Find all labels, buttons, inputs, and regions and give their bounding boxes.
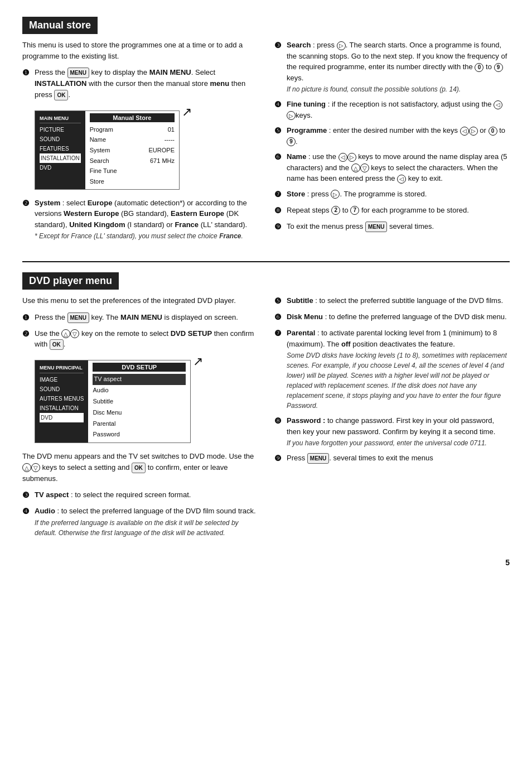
right-arrow-icon-5: ▷ bbox=[469, 127, 478, 136]
dvd-menu-box: MENU PRINCIPAL IMAGE SOUND AUTRES MENUS … bbox=[35, 360, 191, 443]
dvd-step-3-content: TV aspect : to select the required scree… bbox=[35, 489, 258, 501]
manual-store-intro: This menu is used to store the programme… bbox=[22, 40, 258, 61]
manual-store-step-7: ❼ Store : press ▷. The programme is stor… bbox=[274, 189, 510, 200]
dvd-ok-btn-bottom: OK bbox=[132, 463, 146, 473]
dvd-up-arrow-bottom: △ bbox=[22, 463, 31, 472]
menu-row-search: Search671 MHz bbox=[90, 156, 175, 166]
dvd-step-8: ❽ Password : to change password. First k… bbox=[274, 415, 510, 448]
manual-store-step-1: ❶ Press the MENU key to display the MAIN… bbox=[22, 67, 258, 100]
step-1-content: Press the MENU key to display the MAIN M… bbox=[35, 67, 258, 100]
step-8-num: ❽ bbox=[274, 205, 287, 217]
zero-circle: 0 bbox=[475, 63, 483, 72]
dvd-step-8-content: Password : to change password. First key… bbox=[287, 415, 510, 448]
dvd-step-2-content: Use the △▽ key on the remote to select D… bbox=[35, 328, 258, 350]
step-8-content: Repeat steps 2 to 7 for each programme t… bbox=[287, 205, 510, 216]
manual-store-step-9: ❾ To exit the menus press MENU several t… bbox=[274, 221, 510, 233]
dvd-menu-key-icon-1: MENU bbox=[67, 312, 89, 323]
dvd-menu-arrow: ↗ bbox=[193, 354, 203, 371]
dvd-step-9-content: Press MENU. several times to exit the me… bbox=[287, 453, 510, 464]
exit-arrow-icon: ◁ bbox=[397, 175, 406, 184]
dvd-menu-key-icon-9: MENU bbox=[307, 453, 329, 464]
up-arrow-icon-6: △ bbox=[351, 163, 360, 172]
dvd-step-8-italic: If you have forgotten your password, ent… bbox=[287, 438, 510, 448]
dvd-menu-right-title: DVD SETUP bbox=[93, 363, 186, 372]
dvd-step-3-num: ❸ bbox=[22, 489, 35, 501]
step-5-content: Programme : enter the desired number wit… bbox=[287, 125, 510, 147]
dvd-up-arrow-2: △ bbox=[61, 329, 70, 338]
menu-key-icon-9: MENU bbox=[365, 222, 387, 232]
dvd-menu-left: MENU PRINCIPAL IMAGE SOUND AUTRES MENUS … bbox=[35, 360, 88, 442]
dvd-menu-item-audio: Audio bbox=[93, 385, 186, 396]
step-4-content: Fine tuning : if the reception is not sa… bbox=[287, 99, 510, 121]
dvd-step-6-num: ❻ bbox=[274, 311, 287, 323]
dvd-step-7-num: ❼ bbox=[274, 328, 287, 339]
dvd-step-4-content: Audio : to select the preferred language… bbox=[35, 506, 258, 538]
step-1-num: ❶ bbox=[22, 67, 35, 79]
dvd-step-7-content: Parental : to activate parental locking … bbox=[287, 328, 510, 411]
dvd-step-1: ❶ Press the MENU key. The MAIN MENU is d… bbox=[22, 312, 258, 324]
step-7-content: Store : press ▷. The programme is stored… bbox=[287, 189, 510, 200]
step-9-num: ❾ bbox=[274, 221, 287, 233]
dvd-step-5: ❺ Subtitle : to select the preferred sub… bbox=[274, 295, 510, 307]
dvd-step-4: ❹ Audio : to select the preferred langua… bbox=[22, 506, 258, 538]
dvd-ok-btn-2: OK bbox=[50, 339, 64, 350]
zero-circle-5: 0 bbox=[489, 127, 497, 136]
manual-store-title: Manual store bbox=[22, 17, 98, 34]
step-3-content: Search : press ▷. The search starts. Onc… bbox=[287, 40, 510, 94]
dvd-step-9-num: ❾ bbox=[274, 453, 287, 464]
dvd-step-5-num: ❺ bbox=[274, 295, 287, 307]
right-arrow-icon-4: ▷ bbox=[287, 111, 296, 120]
dvd-menu-item-parental: Parental bbox=[93, 419, 186, 430]
dvd-step-9: ❾ Press MENU. several times to exit the … bbox=[274, 453, 510, 464]
dvd-step-8-num: ❽ bbox=[274, 415, 287, 427]
dvd-step-4-italic: If the preferred language is available o… bbox=[35, 518, 258, 538]
right-arrow-icon-6: ▷ bbox=[347, 153, 356, 162]
dvd-menu-item-tvaspect: TV aspect bbox=[93, 374, 186, 385]
ref-2-circle: 2 bbox=[331, 206, 340, 215]
manual-store-menu-box: MAIN MENU PICTURE SOUND FEATURES INSTALL… bbox=[35, 110, 180, 190]
dvd-step-6-content: Disk Menu : to define the preferred lang… bbox=[287, 311, 510, 323]
dvd-step-2: ❷ Use the △▽ key on the remote to select… bbox=[22, 328, 258, 350]
dvd-player-menu-title: DVD player menu bbox=[22, 272, 119, 290]
dvd-step-1-content: Press the MENU key. The MAIN MENU is dis… bbox=[35, 312, 258, 323]
dvd-down-arrow-bottom: ▽ bbox=[31, 463, 40, 472]
dvd-menu-item-discmenu: Disc Menu bbox=[93, 407, 186, 419]
menu-row-store: Store bbox=[90, 176, 175, 187]
step-2-num: ❷ bbox=[22, 198, 35, 209]
dvd-step-5-content: Subtitle : to select the preferred subti… bbox=[287, 295, 510, 306]
menu-key-icon: MENU bbox=[67, 68, 89, 78]
dvd-menu-item-password: Password bbox=[93, 429, 186, 440]
manual-store-step-3: ❸ Search : press ▷. The search starts. O… bbox=[274, 40, 510, 94]
dvd-step-7: ❼ Parental : to activate parental lockin… bbox=[274, 328, 510, 411]
menu-box-right: Manual Store Program01 Name----- SystemE… bbox=[85, 111, 179, 189]
menu-row-name: Name----- bbox=[90, 134, 175, 145]
nine-circle: 9 bbox=[494, 63, 503, 72]
manual-store-right-col: ❸ Search : press ▷. The search starts. O… bbox=[274, 40, 510, 246]
step-6-num: ❻ bbox=[274, 151, 287, 163]
step-4-num: ❹ bbox=[274, 99, 287, 110]
section-divider bbox=[22, 261, 510, 262]
dvd-step-7-italic: Some DVD disks have locking levels (1 to… bbox=[287, 350, 510, 411]
down-arrow-icon-6: ▽ bbox=[360, 163, 369, 172]
step-2-italic: * Except for France (LL' standard), you … bbox=[35, 231, 258, 241]
step-5-num: ❺ bbox=[274, 125, 287, 137]
page-number: 5 bbox=[22, 558, 510, 567]
menu-right-title: Manual Store bbox=[90, 113, 175, 122]
manual-store-step-8: ❽ Repeat steps 2 to 7 for each programme… bbox=[274, 205, 510, 217]
dvd-step-2-num: ❷ bbox=[22, 328, 35, 340]
left-arrow-icon-6: ◁ bbox=[338, 153, 347, 162]
manual-store-left-col: This menu is used to store the programme… bbox=[22, 40, 258, 246]
menu-row-program: Program01 bbox=[90, 124, 175, 135]
dvd-step-6: ❻ Disk Menu : to define the preferred la… bbox=[274, 311, 510, 323]
step-3-italic: If no picture is found, consult the poss… bbox=[287, 84, 510, 94]
menu-arrow: ↗ bbox=[182, 105, 192, 122]
step-3-num: ❸ bbox=[274, 40, 287, 51]
dvd-player-menu-section: DVD player menu Use this menu to set the… bbox=[22, 272, 510, 542]
dvd-menu-right: DVD SETUP TV aspect Audio Subtitle Disc … bbox=[88, 360, 190, 442]
ok-btn-1: OK bbox=[54, 90, 68, 100]
dvd-bottom-text: The DVD menu appears and the TV set swit… bbox=[22, 451, 258, 484]
menu-box-left: MAIN MENU PICTURE SOUND FEATURES INSTALL… bbox=[35, 111, 85, 189]
manual-store-step-2: ❷ System : select Europe (automatic dete… bbox=[22, 198, 258, 242]
dvd-left-col: Use this menu to set the preferences of … bbox=[22, 295, 258, 542]
menu-row-system: SystemEUROPE bbox=[90, 145, 175, 156]
